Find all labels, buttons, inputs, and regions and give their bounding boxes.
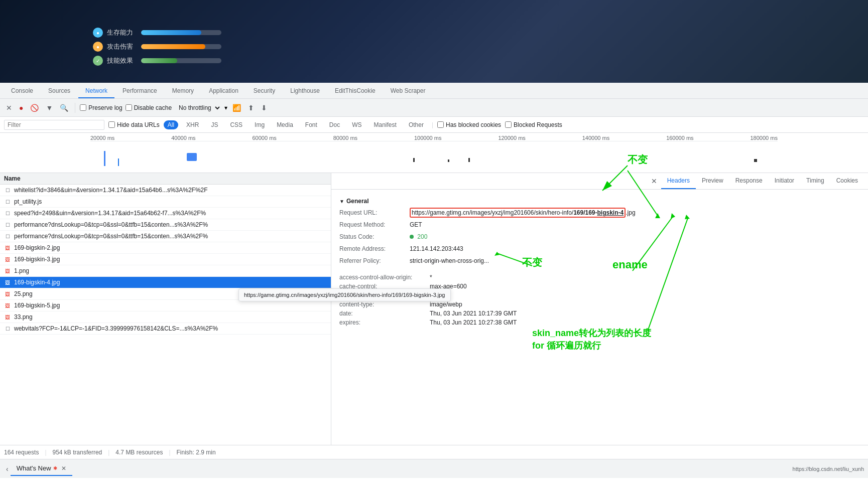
export-button[interactable]: ⬇	[259, 102, 269, 114]
bottom-bar: ‹ What's New ✱ ✕ https://blog.csdn.net/l…	[0, 459, 868, 478]
finish-time: Finish: 2.9 min	[177, 449, 216, 456]
detail-tab-initiator[interactable]: Initiator	[769, 173, 800, 189]
timeline-label-80k: 80000 ms	[333, 135, 357, 141]
disable-cache-text: Disable cache	[134, 104, 172, 111]
file-list-panel: Name ☐ whitelist?id=3846&uin=&version=1.…	[0, 173, 331, 445]
tab-network[interactable]: Network	[78, 84, 114, 98]
referrer-policy-key: Referrer Policy:	[339, 256, 410, 265]
throttle-select[interactable]: No throttling	[175, 103, 221, 113]
blocked-cookies-label[interactable]: Has blocked cookies	[437, 121, 501, 128]
request-method-value: GET	[410, 220, 860, 229]
main-content: Name ☐ whitelist?id=3846&uin=&version=1.…	[0, 173, 868, 445]
tab-performance[interactable]: Performance	[115, 84, 164, 98]
detail-tab-cookies[interactable]: Cookies	[830, 173, 864, 189]
url-highlighted: https://game.gtimg.cn/images/yxzj/img201…	[410, 208, 626, 218]
game-area: ● 生存能力 ● 攻击伤害 ✓ 技能效果	[0, 0, 868, 83]
list-item-selected[interactable]: 🖼 169-bigskin-4.jpg	[0, 277, 331, 288]
filter-toggle-button[interactable]: ▼	[44, 102, 55, 114]
blocked-cookies-text: Has blocked cookies	[446, 121, 501, 128]
filter-chip-media[interactable]: Media	[273, 120, 297, 129]
disable-cache-checkbox[interactable]	[126, 104, 132, 111]
tab-console[interactable]: Console	[4, 84, 40, 98]
toolbar-sep-1	[75, 103, 75, 113]
blocked-requests-label[interactable]: Blocked Requests	[505, 121, 562, 128]
filter-chip-manifest[interactable]: Manifest	[370, 120, 401, 129]
list-item[interactable]: ☐ performance?dnsLookup=0&tcp=0&ssl=0&tt…	[0, 231, 331, 242]
import-button[interactable]: ⬆	[246, 102, 256, 114]
header-key: expires:	[339, 319, 430, 326]
timeline-blip-3	[187, 153, 197, 161]
tab-sources[interactable]: Sources	[41, 84, 77, 98]
filter-input[interactable]	[4, 120, 104, 130]
detail-tabs: ✕ Headers Preview Response Initiator Tim…	[331, 173, 868, 190]
list-item[interactable]: 🖼 169-bigskin-2.jpg	[0, 242, 331, 254]
timeline-track[interactable]	[90, 141, 778, 166]
preserve-log-label[interactable]: Preserve log	[80, 104, 122, 111]
status-sep-1: |	[45, 449, 46, 456]
timeline-blip-2	[118, 158, 119, 166]
list-item[interactable]: ☐ pt_utility.js	[0, 196, 331, 208]
search-button[interactable]: 🔍	[58, 102, 70, 114]
file-name: pt_utility.js	[14, 198, 327, 205]
list-item[interactable]: 🖼 1.png	[0, 265, 331, 277]
skill-bar-container	[141, 58, 221, 63]
list-item[interactable]: ☐ whitelist?id=3846&uin=&version=1.34.17…	[0, 185, 331, 196]
list-item[interactable]: ☐ webvitals?FCP=-1&LCP=-1&FID=3.39999997…	[0, 323, 331, 335]
detail-tab-headers[interactable]: Headers	[661, 173, 696, 189]
preserve-log-checkbox[interactable]	[80, 104, 86, 111]
timeline-blip-7	[754, 159, 757, 162]
scroll-left-button[interactable]: ‹	[4, 463, 11, 475]
hide-data-urls-label[interactable]: Hide data URLs	[108, 121, 160, 128]
filter-chip-font[interactable]: Font	[301, 120, 321, 129]
filter-chip-doc[interactable]: Doc	[325, 120, 344, 129]
filter-chip-ws[interactable]: WS	[348, 120, 365, 129]
status-code-text: 200	[417, 233, 427, 240]
list-item[interactable]: 🖼 169-bigskin-5.jpg	[0, 300, 331, 311]
tab-application[interactable]: Application	[202, 84, 245, 98]
survival-bar-container	[141, 30, 221, 35]
filter-chip-other[interactable]: Other	[405, 120, 428, 129]
status-code-key: Status Code:	[339, 232, 410, 241]
filter-chip-css[interactable]: CSS	[226, 120, 246, 129]
tab-memory[interactable]: Memory	[165, 84, 201, 98]
detail-tab-preview[interactable]: Preview	[696, 173, 729, 189]
blocked-cookies-checkbox[interactable]	[437, 121, 444, 128]
whats-new-tab[interactable]: What's New ✱ ✕	[11, 461, 72, 476]
tab-close-button[interactable]: ✕	[61, 465, 66, 472]
network-conditions-button[interactable]: 📶	[230, 102, 243, 114]
devtools-container: ● 生存能力 ● 攻击伤害 ✓ 技能效果	[0, 0, 868, 484]
record-button[interactable]: ●	[17, 102, 25, 114]
hide-data-urls-checkbox[interactable]	[108, 121, 115, 128]
list-item[interactable]: ☐ performance?dnsLookup=0&tcp=0&ssl=0&tt…	[0, 219, 331, 231]
filter-chip-all[interactable]: All	[164, 120, 178, 129]
general-header[interactable]: ▼ General	[339, 194, 860, 207]
blocked-requests-checkbox[interactable]	[505, 121, 512, 128]
clear-button[interactable]: 🚫	[28, 102, 41, 114]
tooltip-text: https://game.gtimg.cn/images/yxzj/img201…	[244, 292, 445, 298]
detail-tab-response[interactable]: Response	[729, 173, 769, 189]
skill-bar	[141, 58, 177, 63]
file-type-icon: 🖼	[4, 290, 11, 297]
filter-chip-js[interactable]: JS	[207, 120, 222, 129]
request-method-row: Request Method: GET	[339, 219, 860, 231]
list-item[interactable]: 🖼 169-bigskin-3.jpg	[0, 254, 331, 265]
filter-chip-xhr[interactable]: XHR	[182, 120, 203, 129]
tab-webscraper[interactable]: Web Scraper	[384, 84, 433, 98]
detail-close-button[interactable]: ✕	[647, 175, 661, 187]
detail-panel: ✕ Headers Preview Response Initiator Tim…	[331, 173, 868, 445]
tab-editthiscookie[interactable]: EditThisCookie	[328, 84, 383, 98]
close-devtools-button[interactable]: ✕	[4, 102, 14, 114]
file-name: 169-bigskin-3.jpg	[14, 256, 327, 263]
whats-new-label: What's New	[17, 464, 51, 472]
list-item[interactable]: 🖼 33.png	[0, 311, 331, 323]
filter-chip-img[interactable]: Img	[251, 120, 269, 129]
detail-tab-timing[interactable]: Timing	[800, 173, 830, 189]
disable-cache-label[interactable]: Disable cache	[126, 104, 172, 111]
timeline-blip-6	[468, 158, 470, 162]
file-name: performance?dnsLookup=0&tcp=0&ssl=0&ttfb…	[14, 221, 327, 228]
tab-lighthouse[interactable]: Lighthouse	[283, 84, 327, 98]
requests-count: 164 requests	[4, 449, 39, 456]
timeline-label-120k: 120000 ms	[498, 135, 525, 141]
list-item[interactable]: ☐ speed?id=2498&uin=&version=1.34.17&aid…	[0, 208, 331, 219]
tab-security[interactable]: Security	[246, 84, 282, 98]
